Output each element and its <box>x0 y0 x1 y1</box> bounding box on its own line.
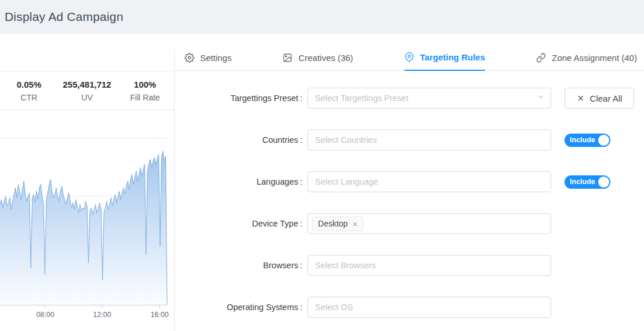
clear-all-label: Clear All <box>590 93 623 103</box>
gear-icon <box>184 53 194 63</box>
form-row-operating-systems: Operating Systems : <box>175 297 644 318</box>
toggle-knob <box>598 177 609 188</box>
close-icon <box>577 94 585 102</box>
field-label: Operating Systems <box>175 303 298 312</box>
page-title: Display Ad Campaign <box>5 10 124 24</box>
form-row-countries: Countries : Include <box>175 129 644 150</box>
stat-value: 100% <box>116 80 174 89</box>
chart-x-ticks: 08:0012:0016:00 <box>36 305 168 319</box>
tag-remove-icon[interactable]: × <box>352 220 357 228</box>
countries-include-toggle[interactable]: Include <box>565 134 610 147</box>
image-icon <box>283 53 292 63</box>
browsers-select[interactable] <box>307 255 551 276</box>
operating-systems-select[interactable] <box>307 297 551 318</box>
targetings-preset-select[interactable] <box>307 88 551 109</box>
device-type-select[interactable]: Desktop × <box>307 213 551 234</box>
field-label: Countries <box>175 135 298 145</box>
tab-label: Settings <box>200 53 231 63</box>
toggle-knob <box>598 135 609 146</box>
field-label: Targettings Preset <box>175 93 298 103</box>
traffic-area-chart: 08:0012:0016:00 <box>0 138 174 331</box>
toggle-label: Include <box>570 136 595 144</box>
form-row-browsers: Browsers : <box>175 255 644 276</box>
x-tick-label: 08:00 <box>36 311 54 319</box>
field-colon: : <box>300 219 302 228</box>
field-label: Browsers <box>175 261 298 270</box>
x-tick-label: 12:00 <box>93 311 111 319</box>
field-colon: : <box>300 93 302 103</box>
chart-canvas: 08:0012:0016:00 <box>0 138 174 331</box>
stat-value: 255,481,712 <box>58 80 116 89</box>
tab-creatives[interactable]: Creatives (36) <box>283 53 353 70</box>
field-label: Languages <box>175 177 298 186</box>
languages-select[interactable] <box>307 171 551 192</box>
tab-targeting-rules[interactable]: Targeting Rules <box>404 52 485 71</box>
tab-label: Creatives (36) <box>298 53 353 63</box>
tab-bar: Settings Creatives (36) Targeting Rules … <box>175 52 644 71</box>
field-label: Device Type <box>175 219 298 228</box>
stat-value: 0.05% <box>0 80 58 89</box>
clear-all-button[interactable]: Clear All <box>565 88 634 109</box>
tab-label: Zone Assignment (40) <box>552 53 637 63</box>
targeting-rules-form: Targettings Preset : Clear All Countries… <box>175 71 644 318</box>
countries-select[interactable] <box>307 129 551 150</box>
tab-label: Targeting Rules <box>420 52 485 62</box>
map-pin-icon <box>404 52 414 62</box>
tab-settings[interactable]: Settings <box>184 53 231 70</box>
stat-label: Fill Rate <box>116 93 174 102</box>
field-colon: : <box>300 135 302 145</box>
device-tag-desktop: Desktop × <box>312 217 363 231</box>
page-header: Display Ad Campaign <box>0 0 644 34</box>
campaign-detail-panel: Settings Creatives (36) Targeting Rules … <box>175 34 644 331</box>
x-tick-label: 16:00 <box>150 311 168 319</box>
tag-label: Desktop <box>318 219 348 228</box>
stat-fill-rate: 100% Fill Rate <box>116 80 174 102</box>
stat-ctr: 0.05% CTR <box>0 80 58 102</box>
stats-bar: 0.05% CTR 255,481,712 UV 100% Fill Rate <box>0 71 174 110</box>
form-row-device-type: Device Type : Desktop × <box>175 213 644 234</box>
field-colon: : <box>300 261 302 270</box>
toggle-label: Include <box>570 178 595 186</box>
stat-label: CTR <box>0 93 58 102</box>
tab-zone-assignment[interactable]: Zone Assignment (40) <box>536 53 637 70</box>
link-icon <box>536 53 546 63</box>
field-colon: : <box>300 177 302 186</box>
field-colon: : <box>300 303 302 312</box>
form-row-languages: Languages : Include <box>175 171 644 192</box>
stat-uv: 255,481,712 UV <box>58 80 116 102</box>
form-row-targetings-preset: Targettings Preset : Clear All <box>175 88 644 109</box>
stat-label: UV <box>58 93 116 102</box>
languages-include-toggle[interactable]: Include <box>565 175 610 189</box>
